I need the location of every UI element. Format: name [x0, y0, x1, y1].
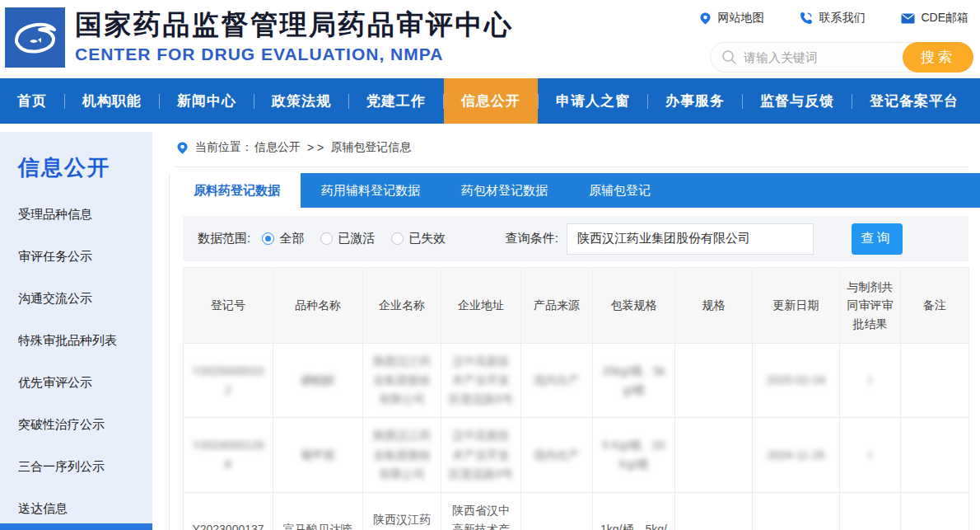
- tab-api-data[interactable]: 原料药登记数据: [173, 173, 301, 208]
- table-cell: 汉中高新技术产业开发区莲花路3号: [441, 344, 521, 418]
- registration-table: 登记号品种名称企业名称企业地址产品来源包装规格规格更新日期与制剂共同审评审批结果…: [183, 267, 969, 530]
- table-header-cell: 品种名称: [273, 268, 363, 344]
- table-header-cell: 与制剂共同审评审批结果: [840, 268, 901, 344]
- radio-all[interactable]: 全部: [262, 231, 304, 246]
- radio-expired[interactable]: 已失效: [391, 231, 446, 246]
- table-cell: 葡甲胺: [273, 418, 363, 492]
- table-row: Y20230001376富马酸贝达喹啉陕西汉江药业集团股份有限公司陕西省汉中高新…: [184, 492, 969, 530]
- table-cell: [901, 492, 969, 530]
- nav-item-party-building[interactable]: 党建工作: [349, 78, 443, 124]
- cde-mail-link[interactable]: CDE邮箱: [901, 11, 968, 26]
- table-header-cell: 规格: [675, 268, 753, 344]
- table-cell: I: [840, 344, 901, 418]
- table-header-cell: 更新日期: [753, 268, 840, 344]
- tab-packaging-data[interactable]: 药包材登记数据: [441, 173, 568, 208]
- nav-item-supervision-feedback[interactable]: 监督与反馈: [743, 78, 852, 124]
- nav-item-applicant-window[interactable]: 申请人之窗: [539, 78, 647, 124]
- nav-item-home[interactable]: 首页: [0, 78, 64, 124]
- sidebar-item-breakthrough-therapy[interactable]: 突破性治疗公示: [18, 417, 152, 433]
- breadcrumb-current: 原辅包登记信息: [330, 140, 411, 155]
- table-cell: 2025-02-24: [753, 344, 840, 418]
- site-subtitle: CENTER FOR DRUG EVALUATION, NMPA: [75, 45, 514, 64]
- table-row: Y20240001298葡甲胺陕西汉江药业集团股份有限公司汉中高新技术产业开发区…: [184, 418, 969, 492]
- table-cell: A: [840, 492, 901, 530]
- header-quick-links: 网站地图 联系我们 CDE邮箱: [699, 11, 968, 26]
- search-icon: [721, 49, 737, 65]
- radio-all-label: 全部: [279, 231, 304, 246]
- nav-item-policy[interactable]: 政策法规: [254, 78, 348, 124]
- radio-expired-control[interactable]: [391, 232, 404, 245]
- table-cell: 陕西汉江药业集团股份有限公司: [363, 418, 441, 492]
- sidebar-item-accepted-varieties[interactable]: 受理品种信息: [18, 207, 152, 223]
- cde-logo-icon: [5, 7, 65, 68]
- cde-mail-link-label: CDE邮箱: [921, 11, 968, 26]
- site-search: 搜索: [710, 42, 973, 73]
- table-cell: 境内生产: [521, 344, 593, 418]
- sidebar-item-priority-review[interactable]: 优先审评公示: [18, 375, 152, 391]
- table-header-cell: 产品来源: [521, 268, 593, 344]
- sidebar-item-delivery-info[interactable]: 送达信息: [18, 501, 152, 517]
- table-cell: Y20230001376: [184, 492, 273, 530]
- cde-website-page: 国家药品监督管理局药品审评中心 CENTER FOR DRUG EVALUATI…: [0, 0, 980, 530]
- search-input[interactable]: [744, 43, 892, 72]
- radio-activated-control[interactable]: [320, 232, 333, 245]
- table-cell: [901, 344, 969, 418]
- table-cell: 陕西汉江药业集团股份有限公司: [363, 344, 441, 418]
- table-cell: 碘帕醇: [273, 344, 363, 418]
- sidebar-bottom-strip: [0, 523, 152, 530]
- phone-icon: [800, 12, 813, 25]
- table-cell: Y20240001298: [184, 418, 273, 492]
- sidebar-title: 信息公开: [18, 153, 152, 182]
- site-header: 国家药品监督管理局药品审评中心 CENTER FOR DRUG EVALUATI…: [0, 0, 980, 78]
- nav-item-news[interactable]: 新闻中心: [160, 78, 254, 124]
- table-cell: I: [840, 418, 901, 492]
- table-header-cell: 备注: [901, 268, 969, 344]
- tab-registration[interactable]: 原辅包登记: [568, 173, 671, 208]
- contact-link-label: 联系我们: [819, 11, 865, 26]
- table-cell: 5 Kg/桶、20 Kg/桶: [593, 418, 675, 492]
- filter-bar: 数据范围: 全部 已激活 已失效 查询条件: 查询: [183, 216, 968, 261]
- content-divider: [169, 175, 170, 530]
- query-button[interactable]: 查询: [852, 223, 903, 255]
- sidebar-item-communication[interactable]: 沟通交流公示: [18, 291, 152, 307]
- radio-all-control[interactable]: [262, 232, 274, 245]
- sitemap-link-label: 网站地图: [717, 11, 763, 26]
- table-cell: 2024-11-25: [753, 418, 840, 492]
- query-input[interactable]: [567, 223, 814, 255]
- table-cell: [675, 344, 753, 418]
- sidebar-item-three-in-one[interactable]: 三合一序列公示: [18, 459, 152, 475]
- site-title: 国家药品监督管理局药品审评中心: [75, 9, 514, 40]
- radio-activated[interactable]: 已激活: [320, 231, 375, 246]
- sitemap-link[interactable]: 网站地图: [699, 11, 763, 26]
- tab-excipients-data[interactable]: 药用辅料登记数据: [301, 173, 441, 208]
- table-cell: ————: [675, 492, 753, 530]
- table-header-cell: 企业名称: [363, 268, 441, 344]
- search-button[interactable]: 搜索: [903, 42, 973, 73]
- sidebar-item-special-approval-list[interactable]: 特殊审批品种列表: [18, 333, 152, 349]
- table-cell: 陕西汉江药业集团股份有限公司: [363, 492, 441, 530]
- table-row: Y20250000102碘帕醇陕西汉江药业集团股份有限公司汉中高新技术产业开发区…: [184, 344, 969, 418]
- breadcrumb-section[interactable]: 信息公开: [254, 140, 301, 155]
- contact-link[interactable]: 联系我们: [800, 11, 865, 26]
- radio-activated-label: 已激活: [338, 231, 375, 246]
- table-body: Y20250000102碘帕醇陕西汉江药业集团股份有限公司汉中高新技术产业开发区…: [184, 344, 969, 530]
- table-cell: [901, 418, 969, 492]
- main-content: 当前位置：信息公开 > > 原辅包登记信息 原料药登记数据 药用辅料登记数据 药…: [173, 124, 980, 530]
- table-cell: 2025-09-01: [753, 492, 840, 530]
- location-pin-icon: [699, 12, 712, 26]
- table-header: 登记号品种名称企业名称企业地址产品来源包装规格规格更新日期与制剂共同审评审批结果…: [184, 268, 969, 344]
- table-cell: 境内生产: [521, 418, 593, 492]
- nav-item-organization[interactable]: 机构职能: [65, 78, 159, 124]
- table-header-cell: 包装规格: [593, 268, 675, 344]
- breadcrumb-location-label: 当前位置：: [195, 140, 253, 155]
- table-cell: 汉中高新技术产业开发区莲花路3号: [441, 418, 521, 492]
- sidebar-info-disclosure: 信息公开 受理品种信息 审评任务公示 沟通交流公示 特殊审批品种列表 优先审评公…: [0, 132, 152, 523]
- nav-item-info-disclosure[interactable]: 信息公开: [444, 78, 538, 124]
- site-brand: 国家药品监督管理局药品审评中心 CENTER FOR DRUG EVALUATI…: [5, 7, 514, 68]
- nav-item-services[interactable]: 办事服务: [648, 78, 742, 124]
- breadcrumb-pin-icon: [176, 141, 189, 155]
- sidebar-item-review-tasks[interactable]: 审评任务公示: [18, 249, 152, 265]
- table-cell: 1kg/桶、5kg/桶、10kg/桶: [593, 492, 675, 530]
- scope-label: 数据范围:: [198, 231, 250, 246]
- nav-item-registration-platform[interactable]: 登记备案平台: [852, 78, 976, 124]
